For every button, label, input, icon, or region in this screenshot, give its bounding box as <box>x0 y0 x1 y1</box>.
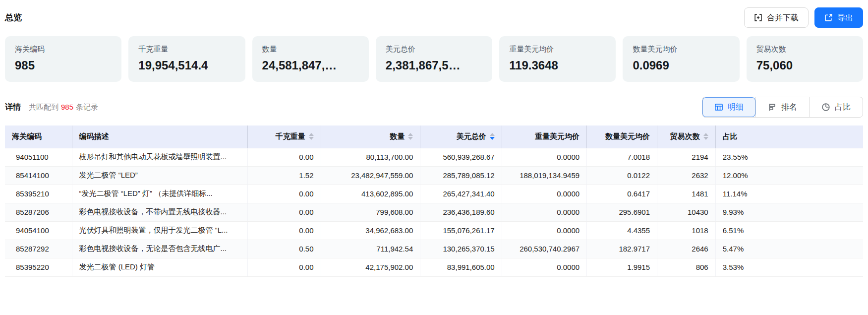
cell-trade-count: 2194 <box>657 148 716 166</box>
cell-usd-per-quantity: 295.6901 <box>587 203 657 221</box>
sort-carets-icon <box>408 133 413 140</box>
card-label: 数量美元均价 <box>633 45 729 54</box>
cell-description: 发光二极管 “LED” <box>72 166 248 185</box>
tab-ranking[interactable]: 排名 <box>755 97 809 117</box>
table-row[interactable]: 85414100 发光二极管 “LED” 1.52 23,482,947,559… <box>5 166 863 185</box>
card-value: 2,381,867,5… <box>386 59 482 72</box>
cell-share: 5.47% <box>715 240 863 258</box>
card-quantity: 数量 24,581,847,… <box>252 36 369 82</box>
match-suffix: 条记录 <box>76 103 98 111</box>
cell-kg-weight: 0.00 <box>248 148 321 166</box>
detail-bar: 详情 共匹配到985条记录 明细 <box>5 82 863 126</box>
export-label: 导出 <box>837 14 853 22</box>
table-row[interactable]: 85287292 彩色电视接收设备，无论是否包含无线电广... 0.50 711… <box>5 240 863 258</box>
col-label: 占比 <box>723 132 738 141</box>
cell-description: 彩色电视接收设备，无论是否包含无线电广... <box>72 240 248 258</box>
card-value: 119.3648 <box>509 59 606 72</box>
cell-usd-per-weight: 0.0000 <box>502 148 586 166</box>
detail-title: 详情 <box>5 102 21 113</box>
col-label: 数量美元均价 <box>605 132 650 141</box>
cell-usd-per-weight: 0.0000 <box>502 221 586 240</box>
cell-description: 光伏灯具和照明装置，仅用于发光二极管 “L... <box>72 221 248 240</box>
card-label: 数量 <box>262 45 359 54</box>
table-grid-icon <box>714 103 723 112</box>
cell-hs-code: 85287206 <box>5 203 72 221</box>
view-tabs: 明细 排名 占比 <box>702 97 863 118</box>
cell-trade-count: 806 <box>657 258 716 276</box>
cell-description: 发光二极管 (LED) 灯管 <box>72 258 248 276</box>
match-info: 共匹配到985条记录 <box>29 103 98 112</box>
cell-share: 12.00% <box>715 166 863 185</box>
cell-kg-weight: 0.00 <box>248 203 321 221</box>
page-title: 总览 <box>5 12 22 23</box>
col-label: 编码描述 <box>79 132 109 141</box>
export-icon <box>824 13 833 22</box>
col-label: 海关编码 <box>12 132 42 141</box>
table-row[interactable]: 94051100 枝形吊灯和其他电动天花板或墙壁照明装置... 0.00 80,… <box>5 148 863 166</box>
cell-quantity: 711,942.54 <box>321 240 420 258</box>
cell-usd-per-quantity: 1.9915 <box>587 258 657 276</box>
cell-share: 11.14% <box>715 185 863 203</box>
card-label: 贸易次数 <box>756 45 853 54</box>
cell-kg-weight: 0.00 <box>248 258 321 276</box>
tab-detail[interactable]: 明细 <box>702 97 755 117</box>
card-label: 千克重量 <box>138 45 235 54</box>
card-value: 0.0969 <box>633 59 729 72</box>
cell-kg-weight: 0.50 <box>248 240 321 258</box>
merge-cells-icon <box>754 13 762 22</box>
col-quantity-sorter[interactable]: 数量 <box>321 126 420 148</box>
cell-description: 枝形吊灯和其他电动天花板或墙壁照明装置... <box>72 148 248 166</box>
cell-usd-per-weight: 0.0000 <box>502 185 586 203</box>
col-label: 美元总价 <box>457 132 486 141</box>
col-label: 千克重量 <box>276 132 305 141</box>
col-usd-total-sorter[interactable]: 美元总价 <box>420 126 502 148</box>
table-header: 海关编码 编码描述 千克重量 数量 美元总价 <box>5 126 863 148</box>
summary-cards: 海关编码 985 千克重量 19,954,514.4 数量 24,581,847… <box>5 33 863 82</box>
cell-hs-code: 85395210 <box>5 185 72 203</box>
col-usd-per-weight: 重量美元均价 <box>502 126 586 148</box>
merge-download-button[interactable]: 合并下载 <box>744 7 809 28</box>
cell-quantity: 23,482,947,559.00 <box>321 166 420 185</box>
sort-carets-desc-active-icon <box>490 133 495 140</box>
col-label: 数量 <box>390 132 405 141</box>
col-trade-count-sorter[interactable]: 贸易次数 <box>657 126 716 148</box>
cell-share: 9.93% <box>715 203 863 221</box>
card-label: 重量美元均价 <box>509 45 606 54</box>
col-kg-weight-sorter[interactable]: 千克重量 <box>248 126 321 148</box>
col-hs-code: 海关编码 <box>5 126 72 148</box>
cell-usd-total: 285,789,085.12 <box>420 166 502 185</box>
cell-usd-per-quantity: 0.0122 <box>587 166 657 185</box>
cell-quantity: 34,962,683.00 <box>321 221 420 240</box>
sort-carets-icon <box>703 133 708 140</box>
card-usd-per-quantity: 数量美元均价 0.0969 <box>623 36 739 82</box>
table-row[interactable]: 85395220 发光二极管 (LED) 灯管 0.00 42,175,902.… <box>5 258 863 276</box>
cell-usd-per-quantity: 182.9717 <box>587 240 657 258</box>
cell-usd-per-weight: 0.0000 <box>502 258 586 276</box>
card-usd-total: 美元总价 2,381,867,5… <box>376 36 492 82</box>
cell-usd-total: 265,427,341.40 <box>420 185 502 203</box>
topbar: 总览 合并下载 导出 <box>5 0 863 33</box>
cell-usd-per-weight: 0.0000 <box>502 203 586 221</box>
tab-label: 占比 <box>835 102 851 113</box>
cell-trade-count: 10430 <box>657 203 716 221</box>
cell-usd-per-quantity: 7.0018 <box>587 148 657 166</box>
cell-usd-per-quantity: 0.6417 <box>587 185 657 203</box>
card-hs-code: 海关编码 985 <box>5 36 121 82</box>
table-row[interactable]: 85395210 “发光二极管 “LED” 灯” （未提供详细标... 0.00… <box>5 185 863 203</box>
cell-hs-code: 85414100 <box>5 166 72 185</box>
ranking-icon <box>768 103 777 112</box>
card-kg-weight: 千克重量 19,954,514.4 <box>128 36 245 82</box>
card-label: 海关编码 <box>15 45 112 54</box>
cell-usd-total: 236,436,189.60 <box>420 203 502 221</box>
cell-usd-per-quantity: 4.4355 <box>587 221 657 240</box>
cell-usd-per-weight: 260,530,740.2967 <box>502 240 586 258</box>
cell-kg-weight: 1.52 <box>248 166 321 185</box>
trade-dashboard: 总览 合并下载 导出 <box>0 0 868 277</box>
tab-share[interactable]: 占比 <box>809 97 863 117</box>
cell-description: “发光二极管 “LED” 灯” （未提供详细标... <box>72 185 248 203</box>
table-row[interactable]: 94054100 光伏灯具和照明装置，仅用于发光二极管 “L... 0.00 3… <box>5 221 863 240</box>
table-row[interactable]: 85287206 彩色电视接收设备，不带内置无线电接收器... 0.00 799… <box>5 203 863 221</box>
col-label: 贸易次数 <box>670 132 700 141</box>
export-button[interactable]: 导出 <box>814 7 863 28</box>
card-value: 24,581,847,… <box>262 59 359 72</box>
